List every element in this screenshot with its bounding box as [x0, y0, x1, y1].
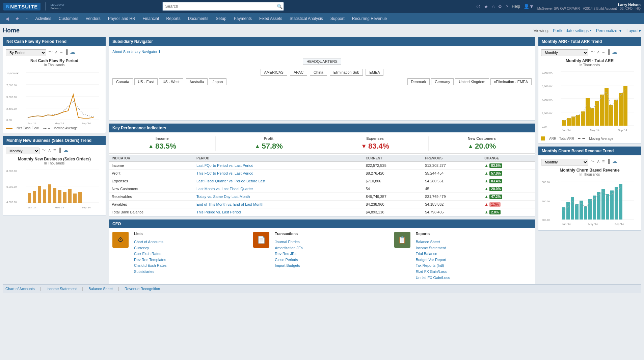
nav-back-icon[interactable]: ◀ [3, 15, 12, 23]
search-input[interactable] [162, 2, 284, 11]
chart-icon-table[interactable]: ≡ [60, 49, 63, 54]
link-curr-exch[interactable]: Curr Exch Rates [134, 252, 161, 256]
about-subsidiary-link[interactable]: About Subsidiary Navigator [112, 50, 157, 54]
link-rev-rec-jes[interactable]: Rev Rec JEs [275, 252, 296, 256]
link-balance-sheet[interactable]: Balance Sheet [416, 240, 440, 244]
nav-payroll[interactable]: Payroll and HR [105, 14, 139, 23]
nav-star-icon[interactable]: ★ [12, 15, 22, 23]
org-node-us-east[interactable]: US - East [134, 78, 158, 85]
arr-bar-icon[interactable]: ▐ [607, 49, 610, 54]
link-budget-var[interactable]: Budget Var Report [416, 258, 446, 262]
kpi-row-payables-period[interactable]: End of This Month vs. End of Last Month [196, 202, 264, 206]
link-rev-rec[interactable]: Rev Rec Templates [134, 258, 166, 262]
biz-chart-cloud-icon[interactable]: ☁ [63, 147, 69, 153]
chart-icon-bar[interactable]: ▐ [65, 49, 68, 54]
chart-icon-line[interactable]: 〜 [48, 49, 53, 55]
period-select[interactable]: By PeriodBy WeekBy Month [6, 49, 46, 56]
svg-text:6,000.0K: 6,000.0K [6, 185, 18, 188]
org-node-uk[interactable]: United Kingdom [455, 78, 489, 85]
nav-payments[interactable]: Payments [231, 14, 255, 23]
biz-chart-line-icon[interactable]: 〜 [42, 147, 46, 153]
arr-area-icon[interactable]: ∧ [597, 49, 600, 54]
kpi-row-receivables-period[interactable]: Today vs. Same Day Last Month [196, 195, 250, 199]
svg-text:May '14: May '14 [55, 122, 64, 125]
churn-table-icon[interactable]: ≡ [602, 159, 605, 164]
nav-statistical[interactable]: Statistical Analysis [286, 14, 326, 23]
org-node-germany[interactable]: Germany [431, 78, 454, 85]
org-node-elimination[interactable]: Elimination Sub [330, 69, 363, 76]
churn-cloud-icon[interactable]: ☁ [612, 158, 617, 164]
org-node-australia[interactable]: Australia [186, 78, 208, 85]
bottom-link-rev-rec[interactable]: Revenue Recognition [122, 286, 163, 291]
kpi-row-profit-period[interactable]: This FQtr to Period vs. Last Period [196, 171, 253, 175]
arr-line-icon[interactable]: 〜 [590, 49, 595, 55]
churn-bar-icon[interactable]: ▐ [607, 159, 610, 164]
org-node-americas[interactable]: AMERICAS [261, 69, 287, 76]
link-currency[interactable]: Currency [134, 246, 149, 250]
kpi-row-expenses-period[interactable]: Last Fiscal Quarter vs. Period Before La… [196, 179, 265, 183]
nav-recurring[interactable]: Recurring Revenue [349, 14, 390, 23]
nav-vendors[interactable]: Vendors [82, 14, 104, 23]
churn-area-icon[interactable]: ∧ [597, 159, 600, 164]
home-icon[interactable]: ⌂ [492, 4, 494, 9]
org-node-denmark[interactable]: Denmark [407, 78, 430, 85]
kpi-row-customers-period[interactable]: Last Month vs. Last Fiscal Quarter [196, 187, 253, 191]
churn-line-icon[interactable]: 〜 [590, 158, 595, 164]
settings-icon[interactable]: ⚙ [498, 4, 502, 9]
biz-chart-bar-icon[interactable]: ▐ [58, 148, 61, 153]
org-node-hq[interactable]: HEADQUARTERS [303, 58, 341, 65]
bottom-link-balance-sheet[interactable]: Balance Sheet [86, 286, 115, 291]
bottom-divider-2: | [82, 286, 83, 291]
bottom-link-income-statement[interactable]: Income Statement [44, 286, 79, 291]
link-income-statement[interactable]: Income Statement [416, 246, 446, 250]
org-node-us-west[interactable]: US - West [159, 78, 183, 85]
nav-customers[interactable]: Customers [55, 14, 82, 23]
help-icon[interactable]: ? [506, 4, 508, 9]
org-node-apac[interactable]: APAC [290, 69, 307, 76]
link-close-periods[interactable]: Close Periods [275, 258, 298, 262]
link-amort-jes[interactable]: Amortization JEs [275, 246, 303, 250]
nav-support[interactable]: Support [327, 14, 348, 23]
personalize-link[interactable]: Personalize ▼ [596, 28, 622, 33]
org-node-xelimination[interactable]: xElimination - EMEA [490, 78, 532, 85]
search-button[interactable]: 🔍 [277, 4, 283, 9]
link-trial-balance[interactable]: Trial Balance [416, 252, 437, 256]
link-rlzd-fx[interactable]: Rlzd FX Gain/Loss [416, 269, 447, 274]
org-node-emea[interactable]: EMEA [366, 69, 383, 76]
nav-home-icon[interactable]: ⌂ [23, 15, 31, 23]
link-cnsldtd[interactable]: Cnsldtd Exch Rates [134, 263, 167, 267]
link-chart-accounts[interactable]: Chart of Accounts [134, 240, 163, 244]
link-subsidiaries[interactable]: Subsidiaries [134, 269, 154, 274]
monthly-biz-period-select[interactable]: MonthlyWeeklyQuarterly [6, 148, 39, 154]
kpi-expenses-pct: 83.4% [368, 142, 389, 151]
kpi-row-income-period[interactable]: Last FQtr to Period vs. Last Period [196, 163, 253, 168]
org-node-canada[interactable]: Canada [112, 78, 133, 85]
biz-chart-area-icon[interactable]: ∧ [48, 148, 51, 153]
link-tax-reports[interactable]: Tax Reports (Intl) [416, 263, 444, 267]
kpi-row-bank-period[interactable]: This Period vs. Last Period [196, 210, 241, 214]
churn-period-select[interactable]: MonthlyWeeklyQuarterly [541, 159, 588, 165]
clock-icon[interactable]: ⏲ [476, 4, 481, 9]
org-node-china[interactable]: China [310, 69, 327, 76]
biz-chart-table-icon[interactable]: ≡ [53, 148, 56, 153]
link-import-budgets[interactable]: Import Budgets [275, 263, 300, 267]
nav-documents[interactable]: Documents [185, 14, 212, 23]
star-icon[interactable]: ★ [484, 4, 488, 9]
nav-fixed-assets[interactable]: Fixed Assets [256, 14, 286, 23]
arr-period-select[interactable]: MonthlyWeeklyQuarterly [541, 49, 588, 56]
nav-financial[interactable]: Financial [139, 14, 162, 23]
nav-setup[interactable]: Setup [212, 14, 230, 23]
user-icon[interactable]: 👤▼ [524, 4, 534, 9]
arr-cloud-icon[interactable]: ☁ [612, 49, 617, 55]
nav-reports[interactable]: Reports [163, 14, 184, 23]
link-journal-entries[interactable]: Journal Entries [275, 240, 299, 244]
link-unrlzd-fx[interactable]: Unrlzd FX Gain/Loss [416, 276, 450, 280]
chart-icon-area[interactable]: ∧ [55, 49, 58, 54]
portlet-date-settings-link[interactable]: Portlet date settings ▼ [553, 28, 592, 33]
org-node-japan[interactable]: Japan [209, 78, 226, 85]
arr-table-icon[interactable]: ≡ [602, 49, 605, 54]
layout-link[interactable]: Layout ▶ [626, 28, 641, 33]
nav-activities[interactable]: Activities [32, 14, 54, 23]
chart-icon-cloud[interactable]: ☁ [70, 49, 75, 55]
bottom-link-chart-accounts[interactable]: Chart of Accounts [3, 286, 37, 291]
